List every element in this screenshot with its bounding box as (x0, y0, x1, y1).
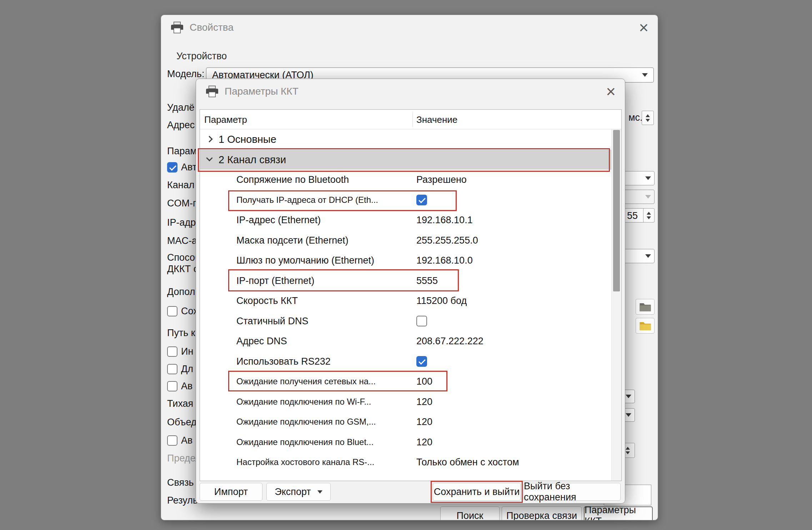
spinner-down-icon[interactable] (646, 119, 650, 122)
table-row[interactable]: Ожидание получения сетевых на...100 (200, 371, 612, 392)
bg-label: Резуль (167, 493, 198, 508)
bg-label: COM-п (167, 196, 198, 210)
column-header-value: Значение (416, 114, 457, 125)
kkt-params-button[interactable]: Параметры ККТ (584, 506, 653, 520)
chevron-right-icon[interactable] (206, 136, 212, 142)
checkbox[interactable] (167, 435, 177, 446)
scrollbar-track[interactable] (611, 129, 621, 481)
table-row[interactable]: IP-порт (Ethernet)5555 (200, 271, 612, 291)
bg-checkbox-row[interactable]: Ин (167, 344, 193, 359)
column-header-param: Параметр (204, 114, 247, 125)
port-value: 55 (627, 210, 638, 221)
printer-icon (170, 21, 184, 34)
dialog-title: Свойства (190, 22, 234, 33)
desktop: { "colors": { "background": "#7e7e7e", "… (0, 0, 812, 530)
dropdown-arrow-icon (645, 254, 651, 258)
bg-checkbox-row[interactable]: Ав (167, 433, 192, 448)
bg-label: Путь к (167, 326, 195, 340)
table-row[interactable]: IP-адрес (Ethernet)192.168.10.1 (200, 210, 612, 230)
import-button[interactable]: Импорт (200, 483, 262, 501)
table-row[interactable]: Получать IP-адреса от DHCP (Eth... (200, 190, 612, 210)
ms-label: мс. (628, 112, 643, 123)
spinner-down-icon[interactable] (647, 216, 651, 219)
folder-open-icon (639, 321, 651, 331)
table-body: 1 Основные 2 Канал связи Сопряжение по B… (200, 129, 612, 481)
kkt-params-dialog: Параметры ККТ × Параметр Значение 1 Осно… (196, 79, 625, 504)
close-button[interactable]: × (606, 83, 616, 100)
table-row[interactable]: Маска подсети (Ethernet)255.255.255.0 (200, 230, 612, 251)
folder-icon (639, 302, 651, 312)
save-and-exit-button[interactable]: Сохранить и выйти (433, 483, 521, 501)
table-row[interactable]: Настройка хостового канала RS-...Только … (200, 452, 612, 472)
bg-checkbox-row[interactable]: Дл (167, 362, 193, 376)
checkbox[interactable] (167, 162, 177, 172)
checkbox[interactable] (416, 316, 427, 326)
bg-label: Адрес (167, 118, 195, 132)
dropdown-arrow-icon[interactable] (317, 490, 322, 494)
ms-spinner[interactable] (642, 111, 654, 125)
bg-label: Парам (167, 144, 197, 158)
spinner-up-icon[interactable] (646, 114, 650, 117)
group-row-selected[interactable]: 2 Канал связи (200, 150, 612, 170)
table-row[interactable]: Ожидание подключения по Wi-F...120 (200, 392, 612, 412)
checkbox[interactable] (167, 364, 177, 374)
bg-checkbox-row[interactable]: Ав (167, 379, 192, 393)
checkbox[interactable] (167, 381, 177, 391)
exit-without-saving-button[interactable]: Выйти без сохранения (523, 483, 621, 501)
bg-label: Объед (167, 415, 197, 429)
bg-label: Удалё (167, 100, 195, 115)
check-connection-button[interactable]: Проверка связи (502, 506, 582, 520)
bg-label: Связь (167, 475, 194, 490)
table-row[interactable]: Ожидание подключения по Bluet...120 (200, 432, 612, 452)
spinner-up-icon[interactable] (647, 212, 651, 215)
spinner-up-icon[interactable] (626, 447, 630, 450)
dropdown-arrow-icon (642, 73, 648, 77)
table-row[interactable]: Статичный DNS (200, 311, 612, 331)
port-spinner[interactable] (643, 208, 655, 222)
dropdown-arrow-icon (626, 395, 631, 398)
bg-label: Допол (167, 285, 195, 299)
checkbox[interactable] (167, 306, 177, 316)
dropdown-arrow-icon (626, 413, 631, 417)
open-folder-button[interactable] (636, 318, 655, 334)
dialog-title: Параметры ККТ (225, 86, 299, 97)
properties-titlebar[interactable]: Свойства × (161, 15, 658, 40)
checkbox[interactable] (416, 356, 427, 367)
kkt-titlebar[interactable]: Параметры ККТ × (196, 79, 625, 104)
table-row[interactable]: Ожидание подключения по GSM,...120 (200, 412, 612, 432)
spinner-down-icon[interactable] (626, 451, 630, 454)
params-table: Параметр Значение 1 Основные 2 Канал свя… (200, 109, 622, 481)
dropdown-arrow-icon (645, 195, 651, 199)
bg-label: Тихая (167, 396, 193, 411)
bg-checkbox-row[interactable]: Авт (167, 160, 197, 174)
bg-label: ДККТ с (167, 262, 198, 276)
dropdown-arrow-icon (645, 176, 651, 180)
table-row[interactable]: Сопряжение по BluetoothРазрешено (200, 170, 612, 190)
column-separator (412, 112, 413, 127)
browse-folder-button[interactable] (636, 299, 655, 315)
checkbox[interactable] (416, 195, 427, 205)
chevron-down-icon[interactable] (206, 155, 212, 161)
model-label: Модель: (167, 69, 204, 80)
table-row[interactable]: Шлюз по умолчанию (Ethernet)192.168.10.0 (200, 250, 612, 271)
table-row[interactable]: Адрес DNS208.67.222.222 (200, 331, 612, 351)
device-group-label: Устройство (176, 51, 227, 62)
close-button[interactable]: × (639, 19, 648, 36)
search-button[interactable]: Поиск (440, 506, 500, 520)
bg-checkbox-row[interactable]: Сох (167, 304, 198, 318)
table-row[interactable]: Использовать RS232 (200, 351, 612, 372)
table-header: Параметр Значение (200, 110, 621, 129)
export-button[interactable]: Экспорт (266, 483, 331, 501)
table-row[interactable]: Скорость ККТ115200 бод (200, 291, 612, 311)
group-row[interactable]: 1 Основные (200, 129, 612, 150)
scrollbar-thumb[interactable] (613, 130, 620, 291)
printer-icon (205, 85, 219, 98)
bg-label: Канал (167, 178, 194, 192)
bg-label: MAC-а (167, 234, 197, 248)
checkbox[interactable] (167, 346, 177, 357)
